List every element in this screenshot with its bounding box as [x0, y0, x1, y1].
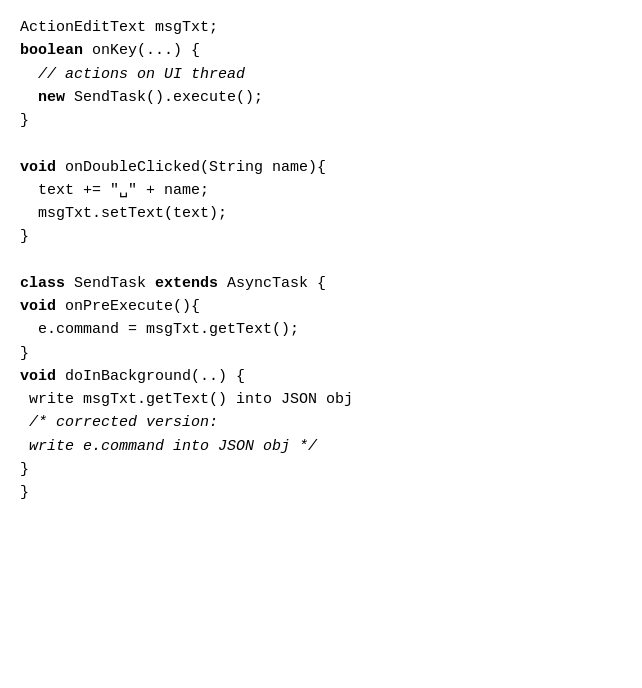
code-token: ActionEditText msgTxt;: [20, 19, 218, 36]
code-token: SendTask().execute();: [65, 89, 263, 106]
code-line: ActionEditText msgTxt;: [20, 16, 622, 39]
code-token: }: [20, 228, 29, 245]
code-line: e.command = msgTxt.getText();: [20, 318, 622, 341]
code-line: [20, 132, 622, 155]
code-token: write msgTxt.getText() into JSON obj: [20, 391, 353, 408]
code-token: AsyncTask {: [218, 275, 326, 292]
code-line: boolean onKey(...) {: [20, 39, 622, 62]
code-token: void: [20, 368, 56, 385]
code-line: text += "␣" + name;: [20, 179, 622, 202]
code-line: }: [20, 225, 622, 248]
code-token: write e.command into JSON obj */: [20, 438, 317, 455]
code-display: ActionEditText msgTxt;boolean onKey(...)…: [20, 16, 622, 504]
code-token: boolean: [20, 42, 83, 59]
code-token: [20, 89, 38, 106]
code-line: [20, 249, 622, 272]
code-line: }: [20, 481, 622, 504]
code-token: msgTxt.setText(text);: [20, 205, 227, 222]
code-token: extends: [155, 275, 218, 292]
code-token: SendTask: [65, 275, 155, 292]
code-line: void onDoubleClicked(String name){: [20, 156, 622, 179]
code-token: onPreExecute(){: [56, 298, 200, 315]
code-line: msgTxt.setText(text);: [20, 202, 622, 225]
code-token: text += "␣" + name;: [20, 182, 209, 199]
code-token: class: [20, 275, 65, 292]
code-line: write e.command into JSON obj */: [20, 435, 622, 458]
code-line: void doInBackground(..) {: [20, 365, 622, 388]
code-token: new: [38, 89, 65, 106]
code-token: /* corrected version:: [20, 414, 218, 431]
code-line: class SendTask extends AsyncTask {: [20, 272, 622, 295]
code-line: /* corrected version:: [20, 411, 622, 434]
code-token: }: [20, 345, 29, 362]
code-line: }: [20, 458, 622, 481]
code-token: }: [20, 484, 29, 501]
code-token: }: [20, 112, 29, 129]
code-token: }: [20, 461, 29, 478]
code-line: write msgTxt.getText() into JSON obj: [20, 388, 622, 411]
code-line: }: [20, 342, 622, 365]
code-token: doInBackground(..) {: [56, 368, 245, 385]
code-token: // actions on UI thread: [20, 66, 245, 83]
code-token: onDoubleClicked(String name){: [56, 159, 326, 176]
code-token: e.command = msgTxt.getText();: [20, 321, 299, 338]
code-line: new SendTask().execute();: [20, 86, 622, 109]
code-line: void onPreExecute(){: [20, 295, 622, 318]
code-line: }: [20, 109, 622, 132]
code-token: onKey(...) {: [83, 42, 200, 59]
code-token: void: [20, 159, 56, 176]
code-line: // actions on UI thread: [20, 63, 622, 86]
code-token: void: [20, 298, 56, 315]
